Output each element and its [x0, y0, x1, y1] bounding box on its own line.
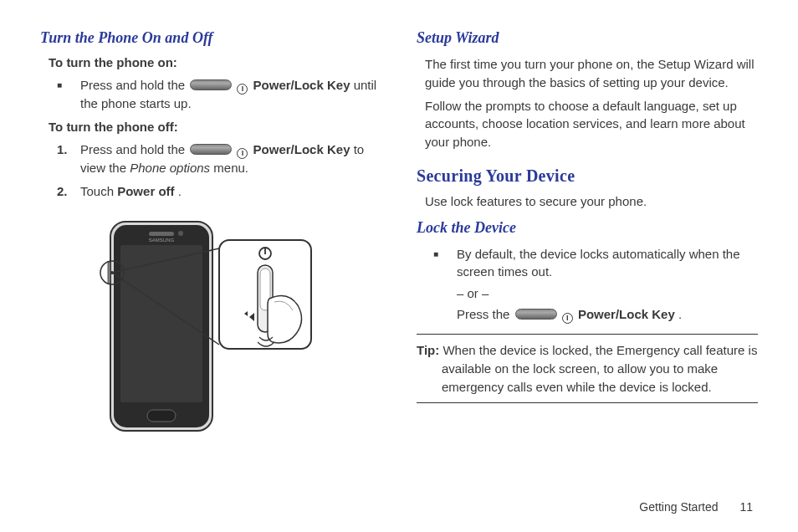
- number-marker: 1.: [57, 141, 80, 177]
- text: .: [178, 184, 182, 198]
- power-symbol-icon: I: [237, 148, 248, 159]
- tip-text: When the device is locked, the Emergency…: [439, 343, 757, 394]
- text: .: [678, 307, 682, 321]
- power-off-label: Power off: [117, 184, 174, 198]
- text: Press the: [457, 307, 514, 321]
- power-key-pill-icon: [190, 144, 232, 155]
- list-item: 1. Press and hold the I Power/Lock Key t…: [57, 141, 381, 177]
- secure-intro: Use lock features to secure your phone.: [425, 192, 758, 211]
- number-marker: 2.: [57, 182, 80, 201]
- list-item: ■ By default, the device locks automatic…: [433, 245, 758, 282]
- power-symbol-icon: I: [562, 313, 573, 324]
- text: Press and hold the: [80, 78, 188, 92]
- tip-block: Tip: When the device is locked, the Emer…: [417, 334, 758, 403]
- heading-turn-phone: Turn the Phone On and Off: [40, 29, 381, 47]
- power-key-pill-icon: [190, 79, 232, 90]
- power-key-label: Power/Lock Key: [253, 142, 350, 156]
- bullet-icon: ■: [433, 245, 457, 282]
- svg-rect-3: [149, 232, 174, 236]
- setup-p2: Follow the prompts to choose a default l…: [425, 97, 758, 151]
- power-key-label: Power/Lock Key: [253, 78, 350, 92]
- heading-securing-device: Securing Your Device: [417, 166, 758, 186]
- label-turn-on: To turn the phone on:: [49, 55, 381, 69]
- power-key-label: Power/Lock Key: [578, 307, 675, 321]
- or-separator: – or –: [457, 286, 758, 300]
- tip-label: Tip:: [417, 343, 439, 357]
- setup-p1: The first time you turn your phone on, t…: [425, 55, 758, 92]
- menu-name: Phone options: [130, 161, 210, 175]
- bullet-icon: ■: [57, 76, 80, 113]
- page-number: 11: [739, 500, 753, 514]
- svg-rect-7: [108, 262, 110, 284]
- text: Touch: [80, 184, 117, 198]
- text: Press and hold the: [80, 142, 188, 156]
- item-text: Touch Power off .: [80, 182, 381, 201]
- list-item: ■ Press and hold the I Power/Lock Key un…: [57, 76, 381, 113]
- text: menu.: [213, 161, 248, 175]
- right-column: Setup Wizard The first time you turn you…: [417, 29, 758, 441]
- phone-illustration: SAMSUNG: [40, 215, 381, 441]
- left-column: Turn the Phone On and Off To turn the ph…: [40, 29, 381, 441]
- svg-rect-2: [120, 245, 202, 402]
- heading-setup-wizard: Setup Wizard: [417, 29, 758, 47]
- item-text: By default, the device locks automatical…: [457, 245, 758, 282]
- item-text: Press and hold the I Power/Lock Key unti…: [80, 76, 381, 113]
- list-item: 2. Touch Power off .: [57, 182, 381, 201]
- heading-lock-device: Lock the Device: [417, 219, 758, 237]
- power-key-pill-icon: [515, 309, 557, 320]
- label-turn-off: To turn the phone off:: [49, 120, 381, 134]
- svg-point-4: [178, 231, 183, 236]
- power-symbol-icon: I: [237, 84, 248, 95]
- press-line: Press the I Power/Lock Key .: [457, 307, 758, 324]
- page-footer: Getting Started 11: [639, 500, 753, 514]
- svg-text:SAMSUNG: SAMSUNG: [149, 238, 175, 243]
- footer-section: Getting Started: [639, 500, 718, 514]
- phone-power-button-svg: SAMSUNG: [94, 215, 328, 441]
- item-text: Press and hold the I Power/Lock Key to v…: [80, 141, 381, 177]
- svg-rect-6: [147, 410, 176, 422]
